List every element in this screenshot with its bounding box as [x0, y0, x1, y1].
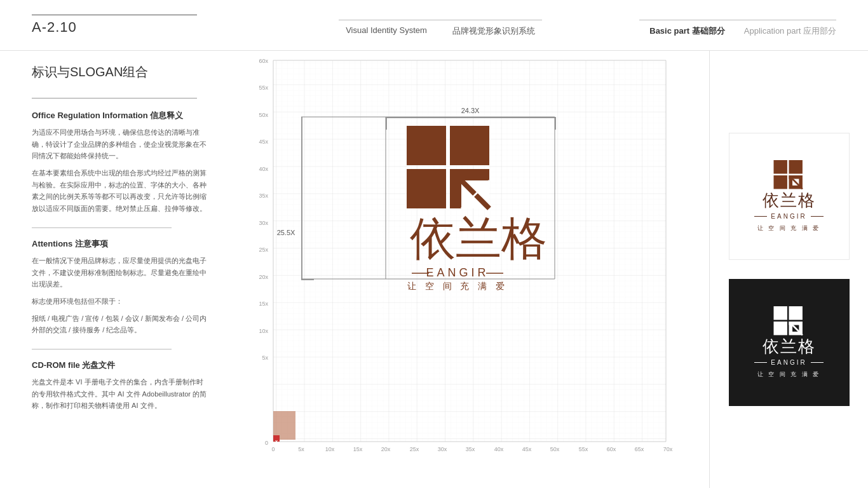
divider-2	[32, 227, 172, 228]
svg-text:24.3X: 24.3X	[461, 107, 480, 114]
header-right-labels: Basic part 基础部分 Application part 应用部分	[649, 25, 836, 37]
block2-text2: 标志使用环境包括但不限于：	[32, 295, 210, 308]
page-number: A-2.10	[32, 19, 241, 36]
svg-text:25x: 25x	[259, 247, 268, 253]
svg-text:55x: 55x	[259, 85, 268, 91]
app-part-label: Application part 应用部分	[744, 25, 836, 37]
svg-text:20x: 20x	[381, 446, 391, 452]
svg-rect-39	[301, 117, 302, 279]
svg-text:30x: 30x	[438, 446, 447, 452]
block2-text3: 报纸 / 电视广告 / 宣传 / 包装 / 会议 / 新闻发布会 / 公司内外部…	[32, 313, 210, 336]
logo-dash-left-black	[754, 362, 767, 363]
block1-heading: Office Regulation Information 信息释义	[32, 110, 210, 121]
logo-black-version: 依兰格 EANGIR 让 空 间 充 满 爱	[729, 279, 850, 406]
grid-svg: 60x 55x 50x 45x 40x 35x 30x 25x 20x 15x …	[248, 57, 709, 477]
logo-en-line-black: EANGIR	[754, 359, 823, 366]
logo-dash-right-white	[811, 216, 824, 217]
svg-text:45x: 45x	[522, 446, 532, 452]
svg-text:10x: 10x	[259, 328, 268, 334]
svg-text:55x: 55x	[579, 446, 588, 452]
header-center-line	[339, 20, 542, 20]
svg-text:35x: 35x	[466, 446, 475, 452]
svg-rect-47	[450, 126, 489, 165]
divider-1	[32, 98, 197, 98]
svg-text:50x: 50x	[550, 446, 560, 452]
vis-label-cn: 品牌视觉形象识别系统	[452, 25, 535, 37]
svg-text:15x: 15x	[353, 446, 363, 452]
svg-marker-51	[450, 169, 461, 180]
vis-label-en: Visual Identity System	[346, 25, 427, 37]
svg-text:5x: 5x	[298, 446, 304, 452]
header: A-2.10 Visual Identity System 品牌视觉形象识别系统…	[0, 0, 868, 51]
svg-text:20x: 20x	[259, 274, 268, 280]
svg-marker-52	[478, 169, 489, 180]
logo-icon-white	[771, 160, 806, 191]
main-grid-area: 60x 55x 50x 45x 40x 35x 30x 25x 20x 15x …	[241, 51, 709, 488]
logo-white-version: 依兰格 EANGIR 让 空 间 充 满 爱	[729, 133, 850, 260]
svg-text:让 空 间 充 满 爱: 让 空 间 充 满 爱	[407, 281, 508, 291]
section-title: 标识与SLOGAN组合	[32, 64, 210, 88]
left-panel: 标识与SLOGAN组合 Office Regulation Informatio…	[0, 51, 241, 488]
logo-cn-white: 依兰格	[763, 191, 816, 210]
basic-part-label: Basic part 基础部分	[649, 25, 725, 37]
logo-en-white: EANGIR	[771, 213, 806, 220]
svg-text:35x: 35x	[259, 193, 268, 199]
svg-text:25.5X: 25.5X	[277, 229, 295, 236]
block-info: Office Regulation Information 信息释义 为适应不同…	[32, 110, 210, 215]
svg-text:依兰格: 依兰格	[410, 214, 547, 264]
block3-heading: CD-ROM file 光盘文件	[32, 360, 210, 371]
block1-text2: 在基本要素组合系统中出现的组合形式均经过严格的测算与检验。在实际应用中，标志的位…	[32, 167, 210, 215]
svg-text:65x: 65x	[635, 446, 644, 452]
header-center: Visual Identity System 品牌视觉形象识别系统	[241, 13, 639, 37]
svg-rect-72	[789, 306, 803, 320]
svg-rect-71	[774, 306, 787, 320]
header-line	[32, 15, 197, 15]
svg-text:60x: 60x	[607, 446, 616, 452]
svg-text:40x: 40x	[259, 166, 268, 172]
header-left: A-2.10	[0, 15, 241, 36]
logo-en-black: EANGIR	[771, 359, 806, 366]
block2-heading: Attentions 注意事项	[32, 238, 210, 250]
logo-icon-black	[771, 306, 806, 337]
svg-text:40x: 40x	[494, 446, 504, 452]
svg-text:15x: 15x	[259, 301, 268, 307]
logo-dash-left-white	[754, 216, 767, 217]
svg-rect-46	[407, 126, 446, 165]
block-cdrom: CD-ROM file 光盘文件 光盘文件是本 VI 手册电子文件的集合，内含手…	[32, 360, 210, 412]
logo-slogan-black: 让 空 间 充 满 爱	[757, 370, 821, 379]
svg-marker-53	[450, 197, 461, 208]
svg-text:0: 0	[271, 446, 275, 452]
header-right: Basic part 基础部分 Application part 应用部分	[639, 13, 868, 37]
block1-text1: 为适应不同使用场合与环境，确保信息传达的清晰与准确，特设计了企业品牌的多种组合，…	[32, 126, 210, 162]
header-right-line	[639, 20, 836, 20]
svg-rect-64	[774, 160, 787, 173]
svg-rect-73	[774, 322, 787, 335]
logo-en-line-white: EANGIR	[754, 213, 823, 220]
block3-text1: 光盘文件是本 VI 手册电子文件的集合，内含手册制作时的专用软件格式文件。其中 …	[32, 376, 210, 412]
svg-marker-76	[789, 322, 793, 325]
svg-text:5x: 5x	[262, 355, 268, 361]
logo-dash-right-black	[811, 362, 824, 363]
svg-text:x: x	[275, 438, 278, 444]
svg-text:25x: 25x	[410, 446, 419, 452]
right-panel: 依兰格 EANGIR 让 空 间 充 满 爱 依兰格 EANGIR 让 空 间 …	[709, 51, 868, 488]
svg-text:0: 0	[265, 440, 268, 446]
divider-3	[32, 349, 172, 349]
svg-rect-48	[407, 169, 446, 208]
block2-text1: 在一般情况下使用品牌标志，应尽量使用提供的光盘电子文件，不建议使用标准制图绘制标…	[32, 255, 210, 290]
svg-rect-65	[789, 160, 803, 173]
svg-text:70x: 70x	[663, 446, 673, 452]
svg-text:EANGIR: EANGIR	[426, 266, 489, 279]
svg-text:50x: 50x	[259, 112, 268, 118]
svg-text:60x: 60x	[259, 58, 268, 64]
header-center-labels: Visual Identity System 品牌视觉形象识别系统	[346, 25, 535, 37]
logo-slogan-white: 让 空 间 充 满 爱	[757, 224, 821, 233]
svg-text:30x: 30x	[259, 220, 268, 226]
block-attentions: Attentions 注意事项 在一般情况下使用品牌标志，应尽量使用提供的光盘电…	[32, 238, 210, 336]
svg-marker-69	[789, 175, 793, 179]
svg-text:45x: 45x	[259, 139, 268, 145]
svg-text:10x: 10x	[325, 446, 335, 452]
svg-rect-66	[774, 175, 787, 189]
logo-cn-black: 依兰格	[763, 337, 816, 356]
